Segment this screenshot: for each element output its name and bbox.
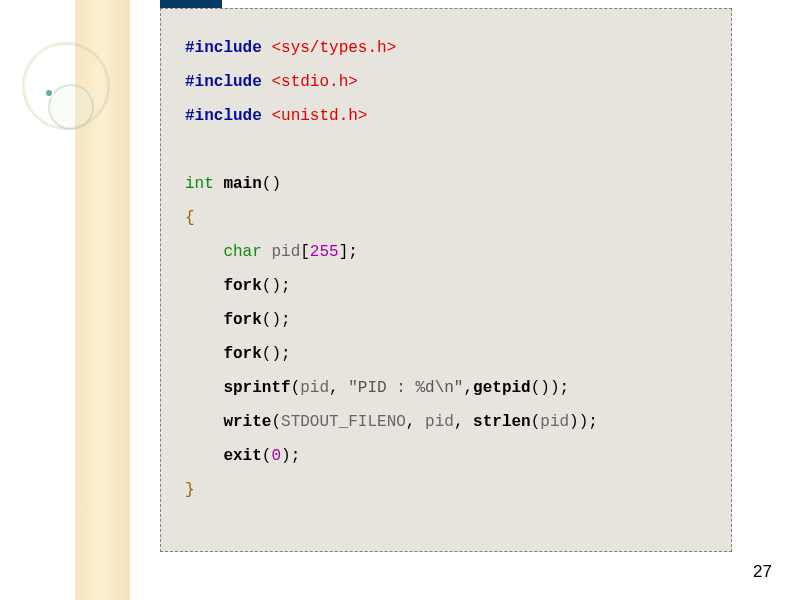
id-pid: pid <box>271 243 300 261</box>
include-keyword: #include <box>185 73 271 91</box>
indent <box>185 413 223 431</box>
code-box: #include <sys/types.h> #include <stdio.h… <box>160 8 732 552</box>
codebox-tab <box>160 0 222 8</box>
indent <box>185 277 223 295</box>
slide: #include <sys/types.h> #include <stdio.h… <box>0 0 800 600</box>
fn-write: write <box>223 413 271 431</box>
include-keyword: #include <box>185 39 271 57</box>
id-stdout-fileno: STDOUT_FILENO <box>281 413 406 431</box>
include-keyword: #include <box>185 107 271 125</box>
indent <box>185 379 223 397</box>
brace-close: } <box>185 481 195 499</box>
indent <box>185 311 223 329</box>
type-char: char <box>223 243 261 261</box>
fn-fork: fork <box>223 345 261 363</box>
parens: () <box>262 175 281 193</box>
decorative-dot <box>46 90 52 96</box>
decorative-ring-small <box>48 84 94 130</box>
fn-main: main <box>214 175 262 193</box>
id-pid: pid <box>425 413 454 431</box>
indent <box>185 243 223 261</box>
num-0: 0 <box>271 447 281 465</box>
fn-exit: exit <box>223 447 261 465</box>
num-255: 255 <box>310 243 339 261</box>
fn-sprintf: sprintf <box>223 379 290 397</box>
fn-fork: fork <box>223 277 261 295</box>
fn-getpid: getpid <box>473 379 531 397</box>
indent <box>185 345 223 363</box>
code-listing: #include <sys/types.h> #include <stdio.h… <box>185 31 711 507</box>
header-stdio: <stdio.h> <box>271 73 357 91</box>
id-pid: pid <box>540 413 569 431</box>
fn-fork: fork <box>223 311 261 329</box>
brace-open: { <box>185 209 195 227</box>
fn-strlen: strlen <box>473 413 531 431</box>
page-number: 27 <box>753 562 772 582</box>
type-int: int <box>185 175 214 193</box>
indent <box>185 447 223 465</box>
string-literal: "PID : %d\n" <box>348 379 463 397</box>
header-sys-types: <sys/types.h> <box>271 39 396 57</box>
id-pid: pid <box>300 379 329 397</box>
header-unistd: <unistd.h> <box>271 107 367 125</box>
